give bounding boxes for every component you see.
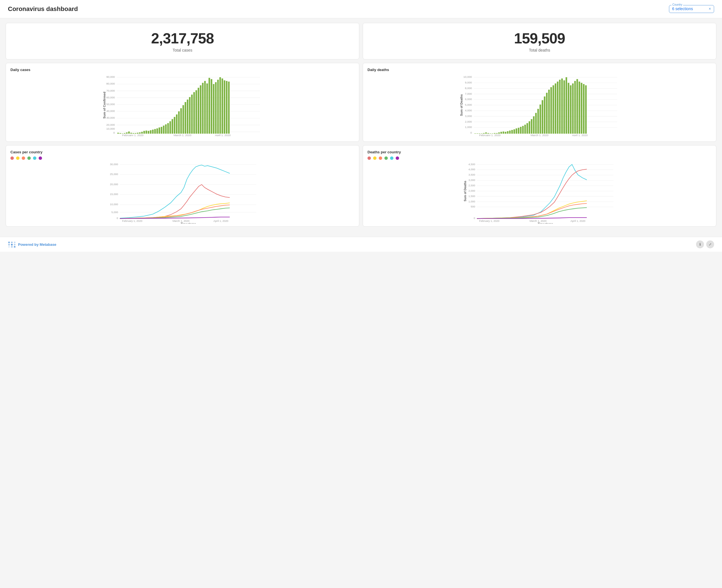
daily-charts-row: Daily cases 90,000 80,000 70,000 60,000 …: [6, 63, 716, 142]
svg-text:90,000: 90,000: [106, 75, 115, 78]
svg-rect-129: [542, 100, 543, 133]
deaths-per-country-card: Deaths per country 4,500 4,000 3,500 3,0…: [363, 145, 716, 227]
svg-rect-41: [163, 126, 165, 134]
svg-text:10,000: 10,000: [110, 203, 118, 206]
svg-rect-123: [529, 121, 531, 133]
fullscreen-button[interactable]: ⤢: [706, 240, 714, 248]
footer-left: Powered by Metabase: [8, 241, 56, 248]
svg-text:April 1, 2020: April 1, 2020: [215, 133, 231, 136]
svg-rect-114: [509, 130, 511, 133]
svg-rect-110: [500, 132, 502, 134]
svg-rect-112: [505, 132, 507, 134]
svg-rect-142: [570, 85, 572, 134]
svg-rect-48: [178, 111, 180, 133]
svg-text:10,000: 10,000: [106, 127, 115, 130]
daily-cases-svg: 90,000 80,000 70,000 60,000 50,000 40,00…: [11, 74, 354, 136]
svg-rect-140: [565, 77, 567, 133]
svg-rect-68: [222, 78, 223, 133]
svg-rect-120: [522, 126, 524, 134]
svg-rect-55: [193, 92, 195, 133]
fullscreen-icon: ⤢: [709, 243, 711, 246]
svg-rect-138: [561, 78, 563, 133]
legend-dot-5: [33, 156, 36, 160]
svg-point-195: [8, 241, 10, 243]
total-deaths-label: Total deaths: [529, 48, 550, 52]
svg-rect-21: [120, 133, 121, 133]
country-filter[interactable]: Country 6 selections ×: [669, 5, 714, 13]
svg-text:0: 0: [474, 216, 475, 219]
svg-rect-125: [533, 117, 535, 134]
svg-text:0: 0: [114, 131, 115, 134]
svg-rect-135: [555, 83, 556, 133]
svg-text:80,000: 80,000: [106, 82, 115, 85]
svg-point-200: [14, 244, 16, 246]
metabase-logo-icon: [8, 241, 16, 248]
svg-text:1,500: 1,500: [469, 194, 475, 197]
svg-rect-60: [204, 81, 206, 133]
deaths-legend-dot-3: [379, 156, 382, 160]
svg-rect-62: [208, 78, 210, 133]
svg-rect-40: [161, 127, 162, 133]
svg-rect-37: [154, 129, 156, 134]
svg-rect-38: [157, 128, 158, 134]
svg-point-196: [11, 241, 13, 243]
svg-point-198: [8, 244, 10, 246]
svg-rect-127: [537, 109, 539, 133]
filter-value: 6 selections: [672, 6, 693, 11]
svg-rect-115: [511, 130, 513, 133]
svg-rect-65: [215, 82, 217, 134]
svg-text:March 1, 2020: March 1, 2020: [173, 133, 191, 136]
svg-rect-63: [211, 79, 212, 134]
svg-rect-141: [568, 83, 570, 133]
svg-rect-47: [176, 114, 178, 133]
svg-rect-118: [518, 128, 519, 133]
legend-dot-1: [11, 156, 14, 160]
deaths-legend-dot-1: [368, 156, 371, 160]
total-cases-number: 2,317,758: [151, 30, 214, 47]
cases-legend: [11, 156, 354, 160]
info-button[interactable]: ℹ: [696, 240, 704, 248]
svg-text:Timestamp: Timestamp: [181, 223, 196, 224]
svg-text:Sum of Confirmed: Sum of Confirmed: [103, 91, 106, 119]
svg-text:February 1, 2020: February 1, 2020: [122, 133, 144, 136]
svg-text:4,000: 4,000: [465, 109, 472, 112]
svg-text:0: 0: [117, 216, 118, 219]
cases-per-country-svg: 30,000 25,000 20,000 15,000 10,000 5,000…: [11, 162, 354, 224]
svg-rect-53: [189, 97, 191, 133]
svg-text:3,000: 3,000: [469, 178, 475, 182]
svg-rect-139: [563, 80, 565, 133]
deaths-legend: [368, 156, 711, 160]
svg-text:Sum of Deaths: Sum of Deaths: [460, 94, 463, 116]
svg-rect-46: [174, 117, 176, 133]
svg-text:Sum of Deaths: Sum of Deaths: [464, 181, 467, 201]
metrics-row: 2,317,758 Total cases 159,509 Total deat…: [6, 23, 716, 60]
daily-deaths-card: Daily deaths 10,000 9,000 8,000 7,000 6,…: [363, 63, 716, 142]
svg-text:1,000: 1,000: [465, 125, 472, 128]
deaths-legend-dot-2: [373, 156, 376, 160]
svg-text:50,000: 50,000: [106, 103, 115, 106]
svg-text:25,000: 25,000: [110, 172, 118, 175]
svg-rect-132: [548, 90, 550, 133]
svg-rect-69: [224, 80, 225, 133]
filter-clear-button[interactable]: ×: [709, 6, 711, 11]
svg-text:6,000: 6,000: [465, 98, 472, 101]
svg-rect-116: [514, 129, 515, 133]
cases-per-country-chart: 30,000 25,000 20,000 15,000 10,000 5,000…: [11, 162, 354, 224]
svg-text:0: 0: [470, 131, 472, 134]
svg-text:April 1, 2020: April 1, 2020: [571, 219, 585, 223]
svg-rect-130: [544, 97, 545, 133]
svg-text:2,000: 2,000: [469, 189, 475, 192]
svg-text:2,000: 2,000: [465, 120, 472, 123]
svg-point-201: [8, 246, 10, 248]
svg-text:April 1, 2020: April 1, 2020: [213, 219, 228, 223]
svg-text:March 1, 2020: March 1, 2020: [172, 219, 189, 223]
daily-deaths-title: Daily deaths: [368, 68, 711, 72]
svg-rect-44: [169, 121, 171, 133]
svg-text:March 1, 2020: March 1, 2020: [530, 219, 546, 223]
svg-text:3,500: 3,500: [469, 173, 475, 176]
svg-text:2,500: 2,500: [469, 184, 475, 187]
footer: Powered by Metabase ℹ ⤢: [0, 237, 722, 252]
legend-dot-6: [39, 156, 42, 160]
svg-text:February 1, 2020: February 1, 2020: [122, 219, 142, 223]
svg-text:February 1, 2020: February 1, 2020: [479, 133, 501, 136]
